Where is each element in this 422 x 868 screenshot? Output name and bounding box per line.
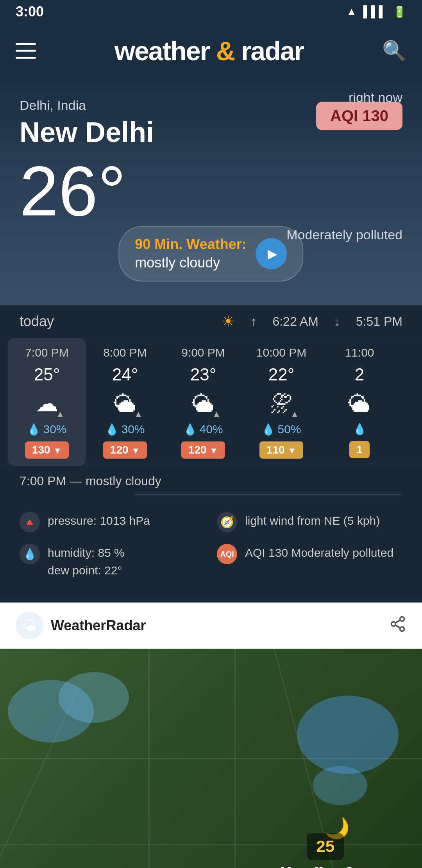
rain-pct-3: 💧 50% bbox=[261, 423, 301, 436]
rain-pct-0: 💧 30% bbox=[27, 423, 66, 436]
hour-time-4: 11:00 bbox=[345, 346, 374, 359]
hour-item-4[interactable]: 11:00 2 🌥 💧 1 bbox=[320, 338, 399, 466]
humidity-text: humidity: 85 %dew point: 22° bbox=[48, 544, 125, 579]
rain-drop-icon-3: 💧 bbox=[261, 423, 275, 436]
cloud-icon-3: ⛈ bbox=[270, 391, 293, 417]
hour-temp-0: 25° bbox=[34, 365, 60, 384]
weather-icon-wrap-4: 🌥 bbox=[344, 390, 375, 417]
pollution-label: Moderately polluted bbox=[286, 227, 402, 242]
hour-temp-3: 22° bbox=[268, 365, 295, 384]
play-button[interactable] bbox=[256, 238, 287, 269]
sunrise-info: ☀ ↑ 6:22 AM ↓ 5:51 PM bbox=[222, 313, 402, 330]
aqi-pill-1: 120 ▼ bbox=[103, 441, 147, 459]
map-temp-badge: 25 bbox=[307, 833, 344, 860]
details-section: 🔺 pressure: 1013 hPa 🧭 light wind from N… bbox=[0, 496, 422, 595]
hourly-row: 7:00 PM 25° ☁ ▲ 💧 30% 130 ▼ 8:00 PM 24° … bbox=[0, 338, 422, 466]
hour-time-3: 10:00 PM bbox=[256, 346, 306, 359]
svg-point-1 bbox=[392, 622, 396, 626]
svg-point-0 bbox=[400, 617, 404, 621]
radar-logo-wrap: 🌤 WeatherRadar bbox=[16, 612, 146, 639]
radar-logo-icon: 🌤 bbox=[16, 612, 43, 639]
weather-icon-wrap-1: 🌥 ▲ bbox=[109, 390, 141, 417]
forecast-button-text: 90 Min. Weather: mostly cloudy bbox=[135, 235, 246, 272]
svg-line-3 bbox=[395, 625, 401, 628]
hour-temp-4: 2 bbox=[355, 365, 364, 384]
hour-temp-2: 23° bbox=[190, 365, 216, 384]
cloud-blob-3 bbox=[297, 696, 399, 774]
rain-drop-icon-0: 💧 bbox=[27, 423, 41, 436]
logo: weather & radar bbox=[36, 36, 382, 66]
aqi-pill-3: 110 ▼ bbox=[259, 441, 303, 459]
pressure-text: pressure: 1013 hPa bbox=[48, 512, 150, 529]
today-bar: today ☀ ↑ 6:22 AM ↓ 5:51 PM bbox=[0, 305, 422, 338]
hourly-scroll[interactable]: 7:00 PM 25° ☁ ▲ 💧 30% 130 ▼ 8:00 PM 24° … bbox=[0, 338, 422, 466]
hour-item-2[interactable]: 9:00 PM 23° 🌥 ▲ 💧 40% 120 ▼ bbox=[164, 338, 242, 466]
rain-value-1: 30% bbox=[121, 423, 145, 436]
sunrise-time: 6:22 AM bbox=[272, 314, 318, 329]
cloud-icon-2: 🌥 bbox=[192, 391, 215, 417]
search-button[interactable]: 🔍 bbox=[382, 39, 406, 62]
map-road-4 bbox=[0, 844, 422, 845]
radar-map[interactable]: 🌙 25 Muzaffarnagar bbox=[0, 649, 422, 868]
aqi-pill-0: 130 ▼ bbox=[25, 441, 69, 459]
rain-value-0: 30% bbox=[43, 423, 66, 436]
sunrise-arrow: ↑ bbox=[250, 314, 257, 329]
radar-header: 🌤 WeatherRadar bbox=[0, 603, 422, 649]
cloud-blob-2 bbox=[59, 672, 129, 723]
cloud-blob-4 bbox=[313, 766, 367, 805]
current-time-banner: 7:00 PM — mostly cloudy bbox=[0, 466, 422, 496]
share-button[interactable] bbox=[389, 615, 406, 636]
hour-item-0[interactable]: 7:00 PM 25° ☁ ▲ 💧 30% 130 ▼ bbox=[8, 338, 86, 466]
status-bar: 3:00 ▲ ▌▌▌ 🔋 bbox=[0, 0, 422, 23]
svg-point-2 bbox=[400, 627, 404, 631]
wind-icon: 🧭 bbox=[217, 512, 237, 532]
cloud-icon-4: 🌥 bbox=[348, 391, 371, 417]
header: weather & radar 🔍 bbox=[0, 23, 422, 78]
radar-card: 🌤 WeatherRadar 🌙 25 bbox=[0, 603, 422, 868]
menu-button[interactable] bbox=[16, 41, 36, 61]
pressure-icon: 🔺 bbox=[20, 512, 40, 532]
rain-pct-2: 💧 40% bbox=[183, 423, 223, 436]
hour-time-2: 9:00 PM bbox=[181, 346, 225, 359]
hour-item-1[interactable]: 8:00 PM 24° 🌥 ▲ 💧 30% 120 ▼ bbox=[86, 338, 164, 466]
weather-hero: Delhi, India New Delhi 26° right now AQI… bbox=[0, 78, 422, 305]
logo-radar: radar bbox=[241, 36, 304, 66]
wind-arrow-3: ▲ bbox=[290, 409, 299, 419]
wind-arrow-0: ▲ bbox=[56, 409, 64, 419]
today-label: today bbox=[20, 313, 54, 330]
wind-text: light wind from NE (5 kph) bbox=[245, 512, 380, 529]
rain-drop-icon-1: 💧 bbox=[105, 423, 119, 436]
svg-line-4 bbox=[395, 620, 401, 622]
detail-aqi: AQI AQI 130 Moderately polluted bbox=[217, 544, 402, 579]
signal-icon: ▌▌▌ bbox=[363, 5, 386, 18]
aqi-pill-4: 1 bbox=[349, 441, 370, 458]
hour-temp-1: 24° bbox=[112, 365, 138, 384]
battery-icon: 🔋 bbox=[393, 5, 406, 18]
cloud-icon-0: ☁ bbox=[36, 390, 58, 417]
logo-text: weather & radar bbox=[114, 36, 304, 66]
rain-value-3: 50% bbox=[277, 423, 301, 436]
hour-time-0: 7:00 PM bbox=[25, 346, 69, 359]
logo-ampersand: & bbox=[209, 36, 241, 66]
weather-icon-wrap-3: ⛈ ▲ bbox=[266, 390, 297, 417]
wind-arrow-2: ▲ bbox=[212, 409, 221, 419]
aqi-text: AQI 130 Moderately polluted bbox=[245, 544, 393, 561]
temperature-display: 26° bbox=[20, 156, 402, 226]
status-icons: ▲ ▌▌▌ 🔋 bbox=[346, 5, 406, 18]
map-city-label: Muzaffarnagar bbox=[281, 864, 371, 868]
weather-icon-wrap-0: ☁ ▲ bbox=[31, 390, 63, 417]
rain-pct-1: 💧 30% bbox=[105, 423, 145, 436]
detail-humidity: 💧 humidity: 85 %dew point: 22° bbox=[20, 544, 205, 579]
rain-value-2: 40% bbox=[199, 423, 223, 436]
detail-pressure: 🔺 pressure: 1013 hPa bbox=[20, 512, 205, 532]
aqi-pill-2: 120 ▼ bbox=[181, 441, 225, 459]
wifi-icon: ▲ bbox=[346, 5, 357, 18]
forecast-button[interactable]: 90 Min. Weather: mostly cloudy bbox=[118, 226, 303, 282]
hour-item-3[interactable]: 10:00 PM 22° ⛈ ▲ 💧 50% 110 ▼ bbox=[242, 338, 320, 466]
current-time-text: 7:00 PM — mostly cloudy bbox=[20, 474, 161, 488]
forecast-label-top: 90 Min. Weather: bbox=[135, 235, 246, 254]
map-temp-value: 25 bbox=[316, 837, 334, 855]
sun-icon: ☀ bbox=[222, 313, 235, 330]
logo-weather: weather bbox=[114, 36, 209, 66]
rain-drop-icon-2: 💧 bbox=[183, 423, 197, 436]
